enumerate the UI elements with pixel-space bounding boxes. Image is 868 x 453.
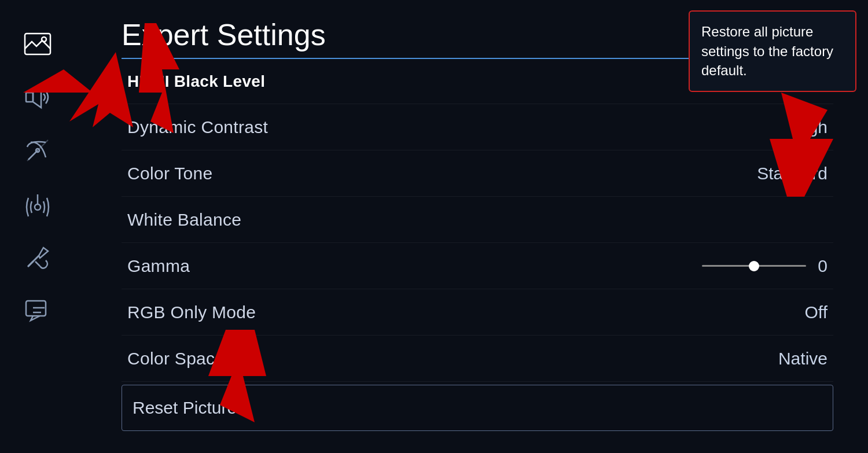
color-space-value: Native [778,349,827,369]
tooltip-box: Restore all picture settings to the fact… [689,10,856,92]
svg-point-5 [35,204,41,210]
svg-line-9 [35,262,40,266]
svg-line-8 [28,262,33,266]
gamma-value: 0 [818,256,827,276]
dynamic-contrast-label: Dynamic Contrast [127,117,268,137]
color-tone-value: Standard [757,164,827,183]
tooltip-text: Restore all picture settings to the fact… [701,24,833,78]
picture-icon [24,30,52,58]
hdmi-black-level-label: HDMI Black Level [127,72,265,91]
color-space-label: Color Space [127,349,225,369]
svg-point-1 [42,37,46,42]
color-tone-label: Color Tone [127,164,213,183]
sound-icon [24,83,52,111]
tools-icon [24,243,52,271]
setting-row-gamma[interactable]: Gamma 0 [122,243,833,289]
settings-list: HDMI Black Level Auto Dynamic Contrast H… [122,58,833,431]
dynamic-contrast-value: High [792,117,827,137]
sidebar-item-network[interactable] [0,124,75,177]
setting-row-rgb-only-mode[interactable]: RGB Only Mode Off [122,289,833,336]
setting-row-color-tone[interactable]: Color Tone Standard [122,150,833,197]
broadcast-icon [24,190,52,218]
reset-picture-button[interactable]: Reset Picture [122,385,833,431]
gamma-slider-track[interactable] [702,265,806,267]
sidebar-item-sound[interactable] [0,71,75,124]
gamma-label: Gamma [127,256,190,276]
reset-picture-label: Reset Picture [133,398,237,418]
setting-row-dynamic-contrast[interactable]: Dynamic Contrast High [122,104,833,150]
svg-rect-2 [26,93,33,102]
setting-row-color-space[interactable]: Color Space Native [122,336,833,382]
sidebar-item-help[interactable] [0,283,75,337]
sidebar-item-tools[interactable] [0,230,75,283]
sidebar [0,0,75,453]
rgb-only-mode-value: Off [805,303,827,322]
rgb-only-mode-label: RGB Only Mode [127,303,256,322]
gamma-slider-thumb [749,261,759,271]
white-balance-label: White Balance [127,210,241,230]
setting-row-white-balance[interactable]: White Balance [122,197,833,243]
sidebar-item-broadcast[interactable] [0,177,75,230]
network-icon [24,137,52,164]
sidebar-item-picture[interactable] [0,17,75,71]
gamma-control: 0 [702,256,827,276]
help-icon [24,296,52,324]
